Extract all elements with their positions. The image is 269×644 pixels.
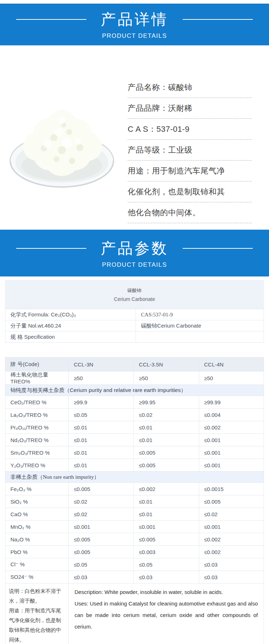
spec-col-code: 牌 号(Code) bbox=[5, 357, 69, 371]
info-row-uses-line3: 他化合物的中间体。 bbox=[128, 202, 252, 223]
basic-row: 规 格 Specification bbox=[5, 332, 264, 343]
spec-data-row: La₂O₃/TREO %≤0.05≤0.02≤0.004 bbox=[5, 409, 264, 421]
spec-row-value: ≤0.01 bbox=[134, 495, 199, 508]
spec-row-label: La₂O₃/TREO % bbox=[5, 409, 69, 421]
spec-row-value: ≤0.01 bbox=[69, 434, 134, 446]
basic-row: 分子量 Nol.wt.460.24碳酸铈Cerium Carbonate bbox=[5, 320, 264, 332]
spec-data-row: Y₂O₃/TREO %≤0.01≤0.005≤0.001 bbox=[5, 459, 264, 472]
spec-data-row: SiO₂ %≤0.02≤0.01≤0.005 bbox=[5, 495, 264, 508]
banner-title: 产品参数 bbox=[101, 240, 168, 257]
banner-product-params: 产品参数 PRODUCT DETAILS bbox=[0, 230, 269, 276]
info-row-brand: 产品品牌：沃耐稀 bbox=[128, 98, 252, 119]
spec-data-row: Cl⁻ %≤0.05≤0.05≤0.03 bbox=[5, 558, 264, 571]
top-spacer bbox=[0, 0, 269, 4]
spec-row-value: ≤0.003 bbox=[134, 546, 199, 558]
spec-row-value: ≤0.01 bbox=[69, 446, 134, 459]
spec-row-value: ≤0.001 bbox=[199, 521, 264, 533]
spec-row-label: Fe₂O₃ % bbox=[5, 483, 69, 495]
basic-row-label: 分子量 Nol.wt.460.24 bbox=[5, 320, 136, 332]
spec-row-value: ≤0.001 bbox=[134, 521, 199, 533]
basic-row-label: 规 格 Specification bbox=[5, 332, 136, 343]
spec-row-value: ≤0.01 bbox=[69, 459, 134, 472]
spec-row-value: ≤0.001 bbox=[199, 434, 264, 446]
params-product-header: 碳酸铈 Cerium Carbonate bbox=[5, 280, 264, 309]
banner-right-line bbox=[183, 248, 253, 249]
spec-row-value: ≥99.9 bbox=[69, 396, 134, 409]
banner-product-details: 产品详情 PRODUCT DETAILS bbox=[0, 4, 269, 45]
spec-row-value: ≤0.03 bbox=[134, 571, 199, 584]
spec-table: 牌 号(Code)CCL-3NCCL-3.5NCCL-4N 稀土氧化物总量 TR… bbox=[5, 357, 264, 644]
banner-title: 产品详情 bbox=[101, 11, 168, 28]
info-row-uses-line2: 化催化剂，也是制取铈和其 bbox=[128, 181, 252, 202]
banner-subtitle: PRODUCT DETAILS bbox=[16, 32, 253, 40]
spec-row-value: ≤0.004 bbox=[199, 409, 264, 421]
basic-row-value: 碳酸铈Cerium Carbonate bbox=[136, 320, 264, 332]
banner-right-line bbox=[183, 19, 253, 20]
spec-col-grade: CCL-3N bbox=[69, 357, 134, 371]
product-photo bbox=[8, 87, 116, 192]
basic-row-value bbox=[136, 332, 264, 343]
spec-row-label: Cl⁻ % bbox=[5, 558, 69, 571]
spec-col-grade: CCL-4N bbox=[199, 357, 264, 371]
spec-row-label: MnO₂ % bbox=[5, 521, 69, 533]
product-intro-section: 产品名称：碳酸铈 产品品牌：沃耐稀 C A S：537-01-9 产品等级：工业… bbox=[0, 45, 269, 230]
spec-row-value: ≤0.005 bbox=[134, 533, 199, 546]
spec-table-body: 稀土氧化物总量 TREO%≥50≥50≥50铈纯度与相关稀土杂质（Cerium … bbox=[5, 371, 264, 584]
spec-data-row: CeO₂/TREO %≥99.9≥99.95≥99.99 bbox=[5, 396, 264, 409]
spec-row-value: ≥99.99 bbox=[199, 396, 264, 409]
spec-header-row: 牌 号(Code)CCL-3NCCL-3.5NCCL-4N bbox=[5, 357, 264, 371]
banner-subtitle: PRODUCT DETAILS bbox=[16, 261, 253, 269]
spec-row-value: ≤0.005 bbox=[134, 446, 199, 459]
spec-row-value: ≥50 bbox=[199, 371, 264, 385]
powder-dish-illustration bbox=[8, 87, 116, 191]
spec-row-value: ≤0.02 bbox=[199, 508, 264, 521]
info-row-product-name: 产品名称：碳酸铈 bbox=[128, 77, 252, 98]
spec-row-label: PbO % bbox=[5, 546, 69, 558]
product-name-en: Cerium Carbonate bbox=[114, 296, 155, 302]
spec-row-label: Nd₂O₃/TREO % bbox=[5, 434, 69, 446]
spec-data-row: CaO %≤0.02≤0.01≤0.02 bbox=[5, 508, 264, 521]
spec-row-value: ≤0.03 bbox=[199, 571, 264, 584]
note-en-description: Description: White powder, insoluble in … bbox=[74, 586, 258, 598]
spec-row-label: Y₂O₃/TREO % bbox=[5, 459, 69, 472]
note-cn-description: 说明：白色粉末不溶于水，溶于酸。 bbox=[9, 586, 65, 606]
spec-row-value: ≤0.005 bbox=[69, 483, 134, 495]
spec-row-value: ≤0.005 bbox=[69, 546, 134, 558]
info-row-grade: 产品等级：工业级 bbox=[128, 140, 252, 161]
spec-row-value: ≤0.05 bbox=[134, 558, 199, 571]
info-row-cas: C A S：537-01-9 bbox=[128, 119, 252, 140]
spec-row-value: ≤0.02 bbox=[69, 508, 134, 521]
spec-data-row: PbO %≤0.005≤0.003≤0.002 bbox=[5, 546, 264, 558]
spec-col-grade: CCL-3.5N bbox=[134, 357, 199, 371]
basic-row-label: 化学式 Formula: Ce₂(CO₃)₃ bbox=[5, 309, 136, 320]
basic-info-table: 化学式 Formula: Ce₂(CO₃)₃CAS:537-01-9分子量 No… bbox=[5, 309, 264, 343]
spec-row-value: ≤0.01 bbox=[134, 421, 199, 434]
spec-row-value: ≤0.005 bbox=[69, 533, 134, 546]
product-name-cn: 碳酸铈 bbox=[128, 287, 142, 294]
spec-row-value: ≥99.95 bbox=[134, 396, 199, 409]
spec-section-row: 铈纯度与相关稀土杂质（Cerium purity and relative ra… bbox=[5, 385, 264, 396]
info-row-uses-line1: 用途：用于制造汽车尾气净 bbox=[128, 161, 252, 181]
spec-data-row: 稀土氧化物总量 TREO%≥50≥50≥50 bbox=[5, 371, 264, 385]
spec-row-label: Na₂O % bbox=[5, 533, 69, 546]
spec-row-value: ≤0.002 bbox=[199, 533, 264, 546]
spec-row-value: ≤0.05 bbox=[69, 558, 134, 571]
spec-row-value: ≤0.03 bbox=[69, 571, 134, 584]
spec-row-label: SiO₂ % bbox=[5, 495, 69, 508]
spec-row-value: ≤0.005 bbox=[134, 459, 199, 472]
notes-en-cell: Description: White powder, insoluble in … bbox=[69, 584, 264, 644]
spec-row-label: Sm₂O₃/TREO % bbox=[5, 446, 69, 459]
spec-row-value: ≤0.002 bbox=[199, 546, 264, 558]
spec-row-value: ≤0.001 bbox=[199, 446, 264, 459]
spec-row-value: ≤0.05 bbox=[69, 409, 134, 421]
spec-row-value: ≥50 bbox=[69, 371, 134, 385]
spec-section-row: 非稀土杂质（Non rare earth impurity） bbox=[5, 472, 264, 483]
spec-row-label: Pr₆O₁₁/TREO % bbox=[5, 421, 69, 434]
spec-row-value: ≤0.02 bbox=[69, 495, 134, 508]
spec-row-value: ≤0.002 bbox=[199, 421, 264, 434]
spec-notes-row: 说明：白色粉末不溶于水，溶于酸。 用途：用于制造汽车尾气净化催化剂，也是制取铈和… bbox=[5, 584, 264, 644]
spec-row-label: 稀土氧化物总量 TREO% bbox=[5, 371, 69, 385]
note-en-uses: Uses: Used in making Catalyst for cleani… bbox=[74, 598, 258, 632]
basic-table-body: 化学式 Formula: Ce₂(CO₃)₃CAS:537-01-9分子量 No… bbox=[5, 309, 264, 343]
spec-row-value: ≤0.0015 bbox=[199, 483, 264, 495]
